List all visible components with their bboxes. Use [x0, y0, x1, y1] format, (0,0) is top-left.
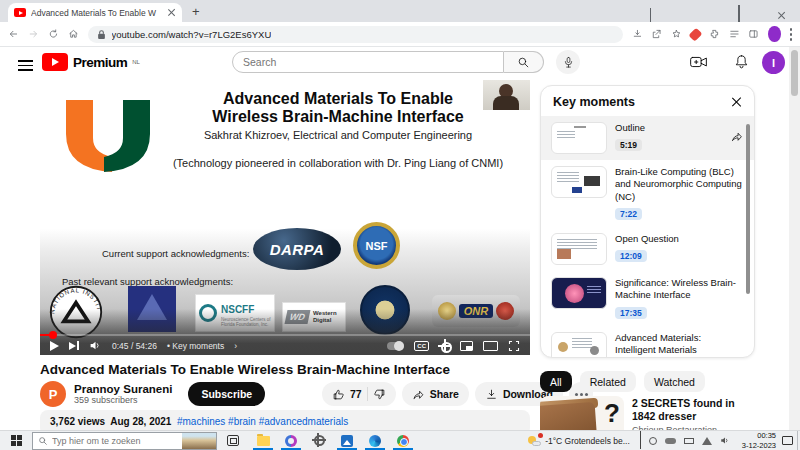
taskbar-search-input[interactable]: [52, 436, 162, 446]
battery-icon[interactable]: [684, 438, 694, 444]
page-scrollbar[interactable]: [789, 47, 800, 430]
key-moment-item[interactable]: Outline5:19: [541, 116, 754, 160]
extensions-puzzle-icon[interactable]: [709, 27, 720, 41]
search-button[interactable]: [504, 51, 544, 73]
youtube-logo[interactable]: Premium NL: [42, 53, 140, 71]
browser-tab[interactable]: Advanced Materials To Enable W: [8, 3, 182, 22]
account-avatar[interactable]: I: [762, 51, 785, 74]
home-icon[interactable]: [68, 27, 79, 41]
voice-search-button[interactable]: [556, 50, 580, 74]
slide-subtitle: Sakhrat Khizroev, Electrical and Compute…: [152, 129, 524, 141]
chapter-timestamp[interactable]: 7:22: [615, 208, 642, 220]
address-bar[interactable]: youtube.com/watch?v=r7LG2Es6YXU: [88, 26, 623, 43]
captions-button[interactable]: CC: [414, 341, 429, 351]
tray-expand-icon[interactable]: [640, 432, 641, 450]
forward-icon[interactable]: [28, 27, 39, 41]
edge-button[interactable]: [361, 431, 389, 450]
key-moments-close-icon[interactable]: [730, 96, 742, 108]
youtube-play-icon: [42, 53, 68, 71]
back-icon[interactable]: [8, 27, 19, 41]
chip-related[interactable]: Related: [580, 371, 636, 392]
create-icon[interactable]: [690, 55, 707, 69]
share-button[interactable]: Share: [402, 382, 469, 406]
player-control-overlay: 0:45 / 54:26 • Key moments › CC: [40, 309, 530, 355]
question-mark-graphic: ?: [604, 398, 620, 429]
task-view-button[interactable]: [227, 435, 239, 446]
like-dislike-pill: 77: [322, 382, 396, 406]
side-panel-icon[interactable]: [748, 27, 759, 41]
play-button[interactable]: [50, 341, 59, 351]
start-button[interactable]: [11, 435, 22, 446]
search-icon: [517, 56, 530, 69]
search-highlight-image[interactable]: [182, 433, 216, 449]
key-moment-item[interactable]: Open Question12:09: [541, 227, 754, 271]
tray-clock-app-icon[interactable]: [649, 437, 657, 445]
subscribe-button[interactable]: Subscribe: [188, 382, 265, 406]
youtube-header: Premium NL I: [0, 47, 800, 77]
chapter-timestamp[interactable]: 12:09: [615, 250, 647, 262]
install-icon[interactable]: [632, 27, 643, 41]
chapter-timestamp[interactable]: 5:19: [615, 139, 642, 151]
search-field[interactable]: [243, 56, 493, 68]
edge-icon: [369, 435, 381, 447]
chapter-chevron-icon[interactable]: ›: [234, 341, 237, 351]
reload-icon[interactable]: [48, 27, 59, 41]
chip-watched[interactable]: Watched: [644, 371, 705, 392]
chapter-share-icon[interactable]: [730, 130, 744, 143]
browser-menu-kebab-icon[interactable]: [790, 33, 792, 36]
volume-icon[interactable]: [89, 340, 102, 351]
dislike-icon[interactable]: [373, 388, 386, 401]
weather-widget[interactable]: -1°C Grotendeels be...: [528, 436, 630, 446]
browser-profile-avatar[interactable]: [768, 26, 780, 42]
download-icon: [485, 388, 498, 401]
new-tab-button[interactable]: +: [192, 4, 200, 19]
chrome-button[interactable]: [389, 431, 417, 450]
key-moment-item[interactable]: Advanced Materials: Intelligent Material…: [541, 326, 754, 358]
key-moments-scrollbar[interactable]: [746, 124, 750, 294]
search-input[interactable]: [232, 51, 504, 73]
network-icon[interactable]: [702, 437, 712, 445]
speaker-icon[interactable]: [720, 436, 730, 445]
settings-gear-icon[interactable]: [439, 340, 450, 351]
browser-toolbar: youtube.com/watch?v=r7LG2Es6YXU: [0, 22, 800, 47]
upload-date: Aug 28, 2021: [110, 416, 171, 427]
action-center-icon[interactable]: [782, 436, 793, 445]
extension-badge-icon[interactable]: [688, 27, 702, 41]
chapter-thumbnail: [551, 122, 607, 154]
autoplay-toggle[interactable]: [387, 342, 404, 350]
settings-button[interactable]: [305, 431, 333, 450]
page-scrollbar-thumb[interactable]: [791, 50, 798, 96]
notifications-bell-icon[interactable]: [734, 54, 749, 70]
clock-time: 00:35: [742, 431, 776, 440]
hamburger-menu-icon[interactable]: [18, 57, 33, 74]
miniplayer-icon[interactable]: [460, 341, 473, 351]
bookmark-star-icon[interactable]: [671, 27, 682, 41]
tab-close-icon[interactable]: [167, 8, 176, 17]
related-video-title[interactable]: 2 SECRETS found in 1842 dresser: [632, 397, 760, 423]
chip-all[interactable]: All: [540, 371, 572, 392]
theater-mode-icon[interactable]: [483, 341, 498, 351]
key-moment-item[interactable]: Brain-Like Computing (BLC) and Neuromorp…: [541, 160, 754, 227]
paint3d-button[interactable]: [277, 431, 305, 450]
next-button[interactable]: [69, 341, 79, 350]
file-explorer-button[interactable]: [249, 431, 277, 450]
taskbar-search[interactable]: [32, 432, 217, 450]
onedrive-cloud-icon[interactable]: [665, 438, 676, 444]
channel-avatar[interactable]: P: [40, 381, 66, 407]
like-icon[interactable]: [332, 388, 345, 401]
video-player[interactable]: Advanced Materials To Enable Wireless Br…: [40, 80, 530, 355]
windows-taskbar: -1°C Grotendeels be... 00:35 3-12-2023: [0, 430, 800, 450]
channel-name[interactable]: Prannoy Suraneni: [74, 383, 172, 395]
hashtags[interactable]: #machines #brain #advancedmaterials: [177, 416, 348, 427]
chapter-title: Significance: Wireless Brain-Machine Int…: [615, 277, 744, 302]
share-page-icon[interactable]: [651, 27, 662, 41]
photos-button[interactable]: [333, 431, 361, 450]
key-moment-item[interactable]: Significance: Wireless Brain-Machine Int…: [541, 271, 754, 326]
microphone-icon: [563, 56, 574, 69]
current-support-label: Current support acknowledgments:: [102, 248, 249, 259]
fullscreen-icon[interactable]: [508, 340, 520, 352]
reading-list-icon[interactable]: [729, 27, 740, 41]
chapter-label[interactable]: • Key moments: [167, 341, 224, 351]
taskbar-clock[interactable]: 00:35 3-12-2023: [742, 431, 776, 450]
chapter-timestamp[interactable]: 17:35: [615, 307, 647, 319]
